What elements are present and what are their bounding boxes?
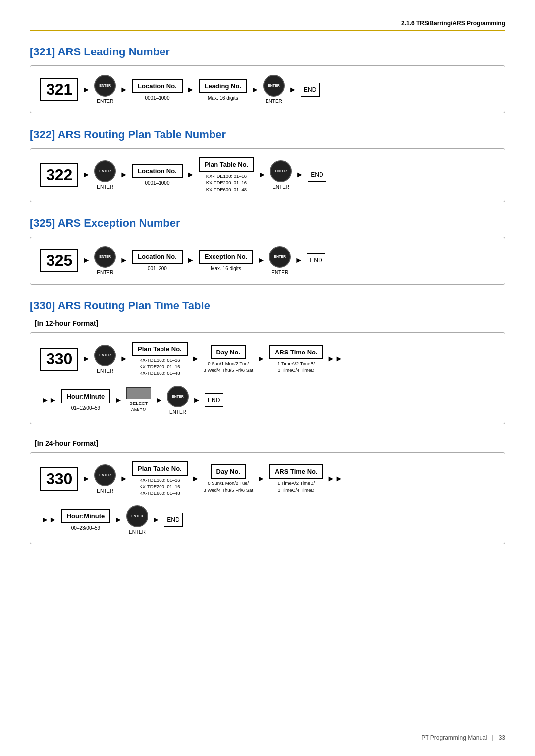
- flow-row-325-0: 325 ► ENTER ENTER ► Location No. 001–200…: [40, 246, 495, 275]
- ars-time-sub-330-12hr: 1 TimeA/2 TimeB/3 TimeC/4 TimeD: [277, 360, 315, 374]
- arrow-325-3: ►: [187, 256, 195, 265]
- ars-time-label-330-24hr: ARS Time No.: [269, 464, 323, 479]
- enter-330-24hr-2: ENTER ENTER: [126, 505, 148, 535]
- arrow-325-2: ►: [120, 256, 128, 265]
- double-arrow-330-12hr-2: ►►: [41, 396, 57, 404]
- enter-button-325-1[interactable]: ENTER: [94, 246, 116, 268]
- cmd-330-12hr: 330: [40, 348, 78, 371]
- arrow-325-4: ►: [257, 256, 265, 265]
- select-box-330-12hr[interactable]: [126, 387, 151, 399]
- flow-row-321-0: 321 ► ENTER ENTER ► Location No. 0001–10…: [40, 75, 495, 104]
- enter-icon-330-24hr-1: ENTER: [99, 473, 111, 477]
- flow-row-330-12hr-1: ►► Hour:Minute 01–12/00–59 ► SELECTAM/PM…: [40, 386, 495, 415]
- section-321-title: [321] ARS Leading Number: [30, 46, 505, 58]
- section-322-title: [322] ARS Routing Plan Table Number: [30, 128, 505, 141]
- enter-325-1: ENTER ENTER: [94, 246, 116, 275]
- cmd-322: 322: [40, 163, 78, 187]
- flow-box-322: 322 ► ENTER ENTER ► Location No. 0001–10…: [30, 148, 505, 202]
- flow-box-330-12hr: 330 ► ENTER ENTER ► Plan Table No. KX-TD…: [30, 332, 505, 424]
- arrow-330-12hr-2: ►: [120, 354, 128, 363]
- enter-icon-330-24hr-2: ENTER: [131, 514, 143, 518]
- enter-icon-325-1: ENTER: [99, 255, 111, 259]
- enter-label-330-24hr-1: ENTER: [97, 488, 113, 494]
- plan-table-330-12hr: Plan Table No. KX-TDE100: 01–16KX-TDE200…: [132, 342, 188, 377]
- arrow-4: ►: [251, 85, 259, 94]
- subsection-24hr-title: [In 24-hour Format]: [35, 439, 505, 447]
- hour-minute-sub-330-24hr: 00–23/00–59: [71, 525, 100, 531]
- flow-row-330-24hr-0: 330 ► ENTER ENTER ► Plan Table No. KX-TD…: [40, 461, 495, 497]
- plan-table-330-24hr: Plan Table No. KX-TDE100: 01–16KX-TDE200…: [132, 461, 188, 497]
- cmd-321: 321: [40, 78, 78, 101]
- cmd-number-330-24hr: 330: [40, 467, 78, 491]
- plan-table-no-322: Plan Table No. KX-TDE100: 01–16KX-TDE200…: [199, 157, 255, 193]
- arrow-322-2: ►: [120, 170, 128, 179]
- enter-icon-322-1: ENTER: [99, 169, 111, 173]
- enter-label-330-12hr-1: ENTER: [97, 368, 113, 374]
- flow-box-325: 325 ► ENTER ENTER ► Location No. 001–200…: [30, 237, 505, 285]
- end-box-322: END: [308, 168, 326, 182]
- arrow-330-24hr-5: ►: [114, 515, 122, 524]
- plan-table-label-330-24hr: Plan Table No.: [132, 461, 188, 476]
- ars-time-no-330-24hr: ARS Time No. 1 TimeA/2 TimeB/3 TimeC/4 T…: [269, 464, 323, 493]
- hour-minute-330-12hr: Hour:Minute 01–12/00–59: [61, 389, 111, 411]
- enter-button-322-1[interactable]: ENTER: [94, 160, 116, 182]
- end-325: END: [307, 253, 325, 267]
- ars-time-label-330-12hr: ARS Time No.: [269, 345, 323, 359]
- plan-table-label-330-12hr: Plan Table No.: [132, 342, 188, 356]
- plan-table-sub-330-12hr: KX-TDE100: 01–16KX-TDE200: 01–16KX-TDE60…: [139, 357, 180, 377]
- enter-label-330-24hr-2: ENTER: [129, 529, 146, 535]
- enter-icon-322-2: ENTER: [275, 169, 287, 173]
- end-330-24hr: END: [164, 513, 183, 527]
- cmd-330-24hr: 330: [40, 467, 78, 491]
- arrow-325-1: ►: [82, 256, 90, 265]
- exception-no-325: Exception No. Max. 16 digits: [199, 250, 254, 271]
- location-no-325: Location No. 001–200: [132, 250, 183, 271]
- subsection-12hr-title: [In 12-hour Format]: [35, 319, 505, 327]
- cmd-number-321: 321: [40, 78, 78, 101]
- location-no-321: Location No. 0001–1000: [132, 79, 183, 101]
- enter-button-330-12hr-2[interactable]: ENTER: [167, 386, 189, 407]
- enter-button-330-24hr-2[interactable]: ENTER: [126, 505, 148, 527]
- arrow-322-3: ►: [187, 170, 195, 179]
- enter-icon-321-1: ENTER: [99, 84, 111, 88]
- end-box-321: END: [301, 83, 320, 97]
- location-no-322: Location No. 0001–1000: [132, 164, 183, 186]
- enter-label-321-1: ENTER: [97, 99, 113, 104]
- arrow-330-24hr-3: ►: [192, 474, 200, 483]
- enter-button-330-12hr-1[interactable]: ENTER: [94, 345, 116, 366]
- section-325-title: [325] ARS Exception Number: [30, 217, 505, 230]
- enter-322-2: ENTER ENTER: [270, 160, 292, 190]
- flow-row-330-12hr-0: 330 ► ENTER ENTER ► Plan Table No. KX-TD…: [40, 342, 495, 377]
- arrow-330-12hr-5: ►: [114, 396, 122, 404]
- location-no-label-321: Location No.: [132, 79, 183, 93]
- arrow-330-12hr-4: ►: [257, 354, 265, 363]
- cmd-number-330-12hr: 330: [40, 348, 78, 371]
- enter-button-321-2[interactable]: ENTER: [263, 75, 285, 97]
- enter-button-330-24hr-1[interactable]: ENTER: [94, 464, 116, 486]
- day-no-sub-330-24hr: 0 Sun/1 Mon/2 Tue/3 Wed/4 Thu/5 Fri/6 Sa…: [204, 480, 254, 493]
- end-box-330-24hr: END: [164, 513, 183, 527]
- flow-box-330-24hr: 330 ► ENTER ENTER ► Plan Table No. KX-TD…: [30, 452, 505, 544]
- end-330-12hr: END: [205, 393, 223, 407]
- arrow-322-1: ►: [82, 170, 90, 179]
- enter-330-24hr-1: ENTER ENTER: [94, 464, 116, 494]
- enter-button-321-1[interactable]: ENTER: [94, 75, 116, 97]
- double-arrow-330-12hr-1: ►►: [327, 354, 343, 363]
- cmd-325: 325: [40, 249, 78, 272]
- footer-page: 33: [499, 734, 505, 741]
- enter-label-325-1: ENTER: [97, 270, 113, 275]
- arrow-330-12hr-6: ►: [155, 396, 163, 404]
- end-322: END: [308, 168, 326, 182]
- enter-button-325-2[interactable]: ENTER: [269, 246, 291, 268]
- plan-table-sub-330-24hr: KX-TDE100: 01–16KX-TDE200: 01–16KX-TDE60…: [139, 477, 180, 497]
- page-container: 2.1.6 TRS/Barring/ARS Programming [321] …: [0, 0, 535, 589]
- arrow-1: ►: [82, 85, 90, 94]
- flow-row-330-24hr-1: ►► Hour:Minute 00–23/00–59 ► ENTER ENTER…: [40, 505, 495, 535]
- enter-button-322-2[interactable]: ENTER: [270, 160, 292, 182]
- location-no-sub-321: 0001–1000: [145, 95, 169, 101]
- location-no-sub-325: 001–200: [148, 266, 167, 271]
- enter-322-1: ENTER ENTER: [94, 160, 116, 190]
- leading-no-label-321: Leading No.: [199, 79, 247, 93]
- arrow-2: ►: [120, 85, 128, 94]
- arrow-330-12hr-7: ►: [193, 396, 201, 404]
